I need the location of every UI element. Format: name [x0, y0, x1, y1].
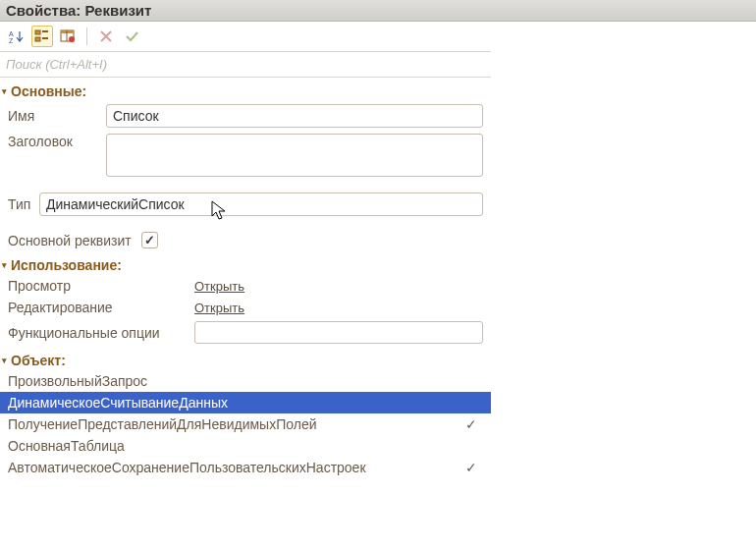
fo-input[interactable]	[194, 321, 483, 344]
title-label: Заголовок	[8, 134, 106, 149]
svg-rect-3	[42, 30, 48, 32]
categorized-button[interactable]	[31, 26, 53, 47]
titlebar: Свойства: Реквизит	[0, 0, 756, 22]
section-usage-header[interactable]: ▾ Использование:	[0, 251, 491, 275]
section-main-title: Основные:	[11, 83, 86, 99]
sort-az-button[interactable]: AZ	[6, 26, 27, 47]
row-primary: Основной реквизит ✓	[0, 229, 491, 251]
row-title: Заголовок	[0, 131, 491, 180]
collapse-icon: ▾	[2, 356, 7, 365]
svg-rect-4	[35, 37, 40, 41]
view-label: Просмотр	[8, 278, 194, 294]
primary-checkbox[interactable]: ✓	[141, 232, 158, 248]
toolbar: AZ	[0, 22, 491, 52]
window-title: Свойства: Реквизит	[6, 2, 151, 19]
view-open-link[interactable]: Открыть	[194, 279, 244, 294]
title-input[interactable]	[106, 134, 483, 177]
object-row-auto-save-settings[interactable]: АвтоматическоеСохранениеПользовательских…	[0, 457, 491, 478]
svg-rect-5	[42, 37, 48, 39]
object-row-dynamic-read[interactable]: ДинамическоеСчитываниеДанных	[0, 392, 491, 413]
object-row-arbitrary-query[interactable]: ПроизвольныйЗапрос	[0, 370, 491, 392]
table-view-button[interactable]	[57, 26, 79, 47]
svg-text:Z: Z	[9, 37, 14, 44]
clear-button[interactable]	[95, 26, 117, 47]
type-input[interactable]: ДинамическийСписок	[39, 192, 483, 216]
section-usage-title: Использование:	[11, 257, 122, 273]
collapse-icon: ▾	[2, 86, 7, 96]
apply-button[interactable]	[121, 26, 142, 47]
object-label: ДинамическоеСчитываниеДанных	[8, 395, 477, 411]
svg-rect-2	[35, 30, 40, 34]
section-main-header[interactable]: ▾ Основные:	[0, 78, 491, 101]
object-label: АвтоматическоеСохранениеПользовательских…	[8, 460, 465, 475]
toolbar-separator	[86, 27, 87, 45]
svg-point-9	[69, 36, 75, 42]
row-name: Имя	[0, 101, 491, 131]
row-view: Просмотр Открыть	[0, 275, 491, 297]
collapse-icon: ▾	[2, 260, 7, 270]
section-object-title: Объект:	[11, 353, 66, 368]
search-row	[0, 52, 491, 78]
edit-label: Редактирование	[8, 300, 194, 315]
object-label: ОсновнаяТаблица	[8, 438, 477, 454]
properties-body: ▾ Основные: Имя Заголовок Тип Динамическ…	[0, 78, 491, 478]
object-row-main-table[interactable]: ОсновнаяТаблица	[0, 435, 491, 457]
name-input[interactable]	[106, 104, 483, 128]
svg-text:A: A	[9, 30, 14, 37]
search-input[interactable]	[4, 54, 487, 75]
fo-label: Функциональные опции	[8, 325, 194, 341]
object-checkbox[interactable]: ✓	[465, 416, 477, 432]
row-fo: Функциональные опции	[0, 318, 491, 347]
row-edit: Редактирование Открыть	[0, 297, 491, 318]
section-object-header[interactable]: ▾ Объект:	[0, 347, 491, 370]
edit-open-link[interactable]: Открыть	[194, 301, 244, 315]
type-label: Тип	[8, 196, 39, 212]
name-label: Имя	[8, 108, 106, 124]
primary-label: Основной реквизит	[8, 233, 132, 248]
type-value: ДинамическийСписок	[46, 196, 185, 212]
object-label: ПроизвольныйЗапрос	[8, 373, 477, 389]
object-row-invisible-fields[interactable]: ПолучениеПредставленийДляНевидимыхПолей …	[0, 413, 491, 435]
row-type: Тип ДинамическийСписок	[0, 190, 491, 219]
object-checkbox[interactable]: ✓	[465, 460, 477, 475]
object-label: ПолучениеПредставленийДляНевидимыхПолей	[8, 416, 465, 432]
